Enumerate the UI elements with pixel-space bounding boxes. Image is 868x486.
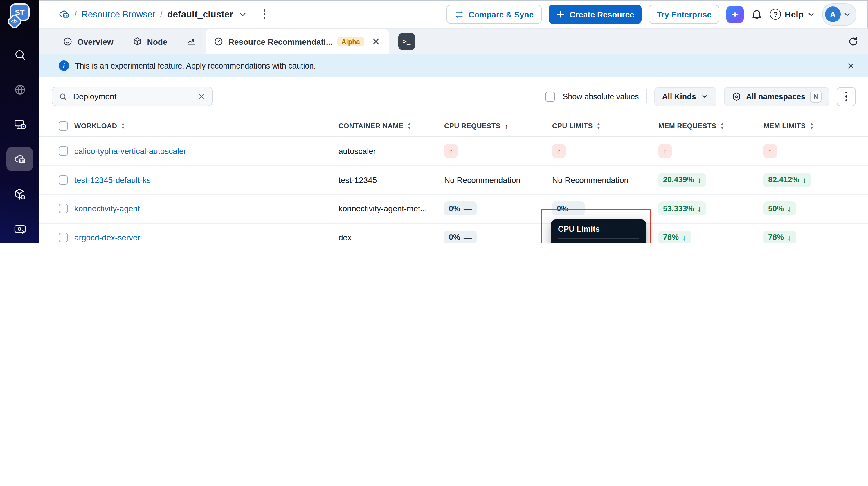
sort-icon [408, 123, 411, 129]
app-window: ST </> / Resource Browser / default_clus… [0, 0, 868, 243]
chevron-down-icon [701, 92, 709, 100]
table-row: calico-typha-vertical-autoscalerautoscal… [39, 137, 868, 166]
breadcrumb-resource-browser-link[interactable]: Resource Browser [81, 9, 155, 20]
decrease-pill[interactable]: 53.333%↓ [658, 202, 706, 216]
search-box[interactable] [52, 87, 213, 106]
tab-metrics-chart[interactable] [177, 29, 206, 54]
cpu-limits-cell: 0%— [540, 202, 647, 216]
breadcrumb-slash: / [74, 9, 76, 19]
decrease-pill[interactable]: 50%↓ [764, 202, 796, 216]
no-change-pill[interactable]: 0%— [444, 231, 476, 243]
terminal-tab[interactable]: >_ [398, 33, 415, 50]
sidebar-item-devices[interactable] [0, 107, 39, 142]
refresh-button[interactable] [838, 29, 868, 54]
app-logo[interactable]: ST </> [8, 3, 31, 32]
clear-search-icon[interactable] [197, 92, 206, 100]
billing-icon [6, 217, 33, 241]
tab-resource-recommendations[interactable]: Resource Recommendati... Alpha [206, 29, 389, 54]
no-recommendation-text: No Recommendation [444, 175, 521, 185]
table-options-menu[interactable] [837, 87, 856, 106]
cpu-limits-cell: No Recommendation [540, 175, 647, 185]
table-row: konnectivity-agentkonnectivity-agent-met… [39, 194, 868, 223]
namespace-filter-dropdown[interactable]: All namespaces N [724, 87, 829, 106]
workload-link[interactable]: calico-typha-vertical-autoscaler [74, 147, 186, 156]
line-chart-icon [187, 37, 196, 47]
workload-link[interactable]: test-12345-default-ks [74, 175, 151, 185]
decrease-pill[interactable]: 20.439%↓ [658, 173, 706, 187]
mem-requests-cell: 20.439%↓ [647, 173, 752, 187]
experimental-banner: i This is an experimental feature. Apply… [39, 54, 868, 77]
sort-icon [121, 123, 125, 129]
container-name: autoscaler [339, 147, 430, 156]
column-cpu-requests[interactable]: CPU REQUESTS ↑ [433, 122, 540, 130]
kind-filter-dropdown[interactable]: All Kinds [655, 87, 716, 106]
decrease-pill[interactable]: 78%↓ [658, 231, 691, 243]
search-input[interactable] [72, 91, 193, 101]
sidebar-item-packages[interactable] [0, 177, 39, 211]
decrease-pill[interactable]: 78%↓ [764, 231, 796, 243]
sidebar-item-global[interactable] [0, 72, 39, 107]
namespace-icon [732, 91, 741, 101]
column-container-name[interactable]: CONTAINER NAME [327, 122, 433, 130]
breadcrumb-more-menu[interactable] [261, 7, 268, 22]
workload-link[interactable]: konnectivity-agent [74, 204, 140, 213]
cluster-switcher-chevron-icon[interactable] [238, 9, 247, 19]
create-resource-button[interactable]: Create Resource [549, 5, 642, 24]
tab-node[interactable]: Node [123, 29, 177, 54]
search-icon [6, 42, 33, 67]
cpu-limits-tooltip: CPU Limits Current44mRecommended44mChang… [551, 219, 646, 243]
help-menu[interactable]: ? Help [770, 9, 815, 20]
dismiss-banner-icon[interactable] [846, 61, 855, 70]
search-icon [59, 92, 67, 101]
mem-limits-cell: 78%↓ [752, 231, 868, 243]
increase-indicator-pill[interactable]: ↑ [658, 144, 672, 158]
row-checkbox[interactable] [59, 233, 68, 242]
mem-limits-cell: ↑ [752, 144, 868, 158]
tab-bar: Overview Node Resource Recommendati... A… [39, 29, 868, 54]
row-checkbox[interactable] [59, 175, 68, 185]
sidebar: ST </> [0, 0, 39, 243]
sidebar-item-resource-browser[interactable] [0, 142, 39, 177]
increase-indicator-pill[interactable]: ↑ [552, 144, 565, 158]
tab-overview[interactable]: Overview [54, 29, 123, 54]
sort-ascending-icon: ↑ [504, 122, 508, 130]
column-cpu-limits[interactable]: CPU LIMITS [540, 122, 647, 130]
cluster-cloud-icon [58, 8, 70, 20]
gauge-icon [214, 37, 224, 47]
row-checkbox[interactable] [59, 204, 68, 213]
mem-limits-cell: 50%↓ [752, 202, 868, 216]
workload-link[interactable]: argocd-dex-server [74, 233, 140, 242]
help-icon: ? [770, 9, 781, 20]
node-cube-icon [133, 37, 143, 47]
mem-requests-cell: 78%↓ [647, 231, 752, 243]
column-workload[interactable]: WORKLOAD [68, 122, 276, 130]
banner-text: This is an experimental feature. Apply r… [75, 61, 316, 70]
select-all-checkbox[interactable] [59, 121, 68, 131]
decrease-pill[interactable]: 82.412%↓ [764, 173, 811, 187]
try-enterprise-button[interactable]: Try Enterprise [649, 5, 720, 24]
compare-sync-button[interactable]: Compare & Sync [446, 5, 542, 24]
mem-limits-cell: 82.412%↓ [752, 173, 868, 187]
table-row: argocd-dex-serverdex0%—78%↓78%↓ [39, 223, 868, 243]
increase-indicator-pill[interactable]: ↑ [764, 144, 777, 158]
resource-browser-icon [6, 147, 33, 171]
sidebar-item-billing[interactable] [0, 211, 39, 243]
no-change-pill[interactable]: 0%— [444, 202, 476, 216]
sidebar-item-search[interactable] [0, 37, 39, 72]
notifications-bell-icon[interactable] [751, 8, 763, 20]
breadcrumb-current-cluster: default_cluster [167, 9, 234, 20]
column-mem-requests[interactable]: MEM REQUESTS [647, 122, 752, 130]
tooltip-title: CPU Limits [558, 225, 639, 239]
mem-requests-cell: ↑ [647, 144, 752, 158]
compare-arrows-icon [455, 9, 464, 19]
increase-indicator-pill[interactable]: ↑ [444, 144, 458, 158]
no-change-pill[interactable]: 0%— [552, 202, 584, 216]
close-tab-icon[interactable] [371, 37, 381, 47]
main-panel: Show absolute values All Kinds All names… [39, 77, 868, 243]
column-mem-limits[interactable]: MEM LIMITS [752, 122, 868, 130]
row-checkbox[interactable] [59, 147, 68, 156]
show-absolute-values-checkbox[interactable] [545, 91, 555, 101]
sidebar-nav [0, 37, 39, 243]
user-avatar[interactable]: A [822, 3, 857, 25]
ai-sparkle-icon[interactable] [726, 5, 744, 23]
